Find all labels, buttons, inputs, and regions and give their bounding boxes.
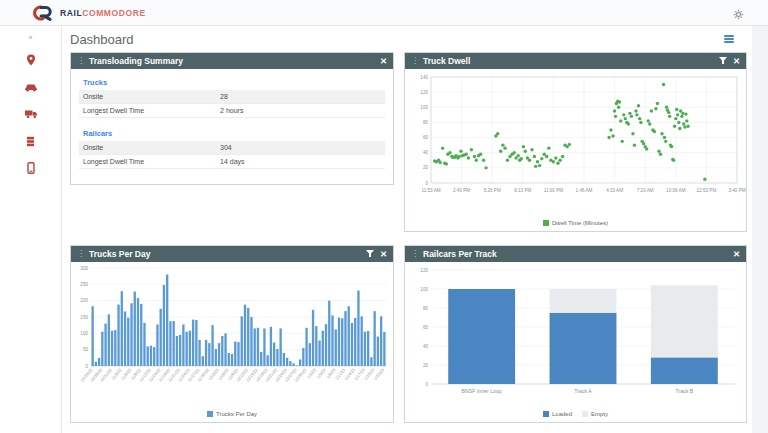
close-icon[interactable]: ✕ — [380, 249, 387, 259]
svg-text:20: 20 — [423, 363, 429, 368]
brand-logo[interactable]: RAILCOMMODORE — [30, 5, 146, 21]
svg-text:120: 120 — [420, 268, 428, 273]
section-label-railcars: Railcars — [79, 126, 385, 141]
close-icon[interactable]: ✕ — [733, 56, 740, 66]
svg-text:7:20 AM: 7:20 AM — [637, 188, 654, 193]
trucks-per-day-panel: ⋮ Trucks Per Day ✕ 05010015020025030010/… — [70, 245, 394, 423]
drag-handle-icon[interactable]: ⋮ — [77, 250, 85, 258]
rail-commodore-logo-icon — [30, 5, 54, 21]
svg-text:12:53 PM: 12:53 PM — [697, 188, 717, 193]
right-gutter — [752, 26, 768, 433]
settings-gear-icon[interactable] — [733, 6, 744, 24]
sidebar-item-devices[interactable] — [23, 161, 39, 175]
left-sidebar: » — [0, 26, 62, 433]
panel-title: Railcars Per Track — [423, 249, 497, 259]
svg-text:60: 60 — [423, 325, 429, 330]
section-label-trucks: Trucks — [79, 75, 385, 90]
svg-text:Track B: Track B — [675, 388, 693, 394]
svg-text:150: 150 — [80, 315, 88, 320]
trucks-legend-swatch — [207, 411, 213, 417]
legend-item-loaded[interactable]: Loaded — [543, 411, 572, 417]
truck-dwell-panel: ⋮ Truck Dwell ✕ 02040608010012014011:53 … — [404, 52, 747, 232]
trucks-per-day-bar-chart[interactable]: 05010015020025030010/25/2210/28/2210/31/… — [71, 262, 393, 406]
transloading-summary-panel: ⋮ Transloading Summary ✕ Trucks Onsite 2… — [70, 52, 394, 185]
layout-menu-icon[interactable] — [724, 35, 734, 45]
map-pin-icon — [26, 54, 36, 66]
dwell-legend-swatch — [543, 220, 549, 226]
svg-text:8:13 PM: 8:13 PM — [514, 188, 531, 193]
brand-name: RAILCOMMODORE — [60, 8, 146, 18]
filter-icon[interactable] — [719, 57, 727, 65]
svg-text:80: 80 — [423, 306, 429, 311]
truck-icon — [24, 109, 38, 119]
svg-text:0: 0 — [425, 181, 428, 186]
svg-text:80: 80 — [423, 120, 429, 125]
legend-item-dwell-time[interactable]: Dwell Time (Minutes) — [543, 220, 608, 226]
drag-handle-icon[interactable]: ⋮ — [77, 57, 85, 65]
table-row: Longest Dwell Time 14 days — [79, 155, 385, 169]
page-title: Dashboard — [70, 32, 134, 47]
rows-list-icon — [26, 136, 35, 147]
railcars-per-track-stacked-chart[interactable]: 020406080100120BNSF Inner LoopTrack ATra… — [405, 262, 746, 406]
loaded-legend-swatch — [543, 411, 549, 417]
svg-text:0: 0 — [425, 382, 428, 387]
car-icon — [24, 83, 38, 92]
svg-text:100: 100 — [420, 287, 428, 292]
svg-text:50: 50 — [83, 347, 89, 352]
svg-text:60: 60 — [423, 135, 429, 140]
railcars-per-track-header[interactable]: ⋮ Railcars Per Track ✕ — [405, 246, 746, 262]
empty-legend-swatch — [582, 411, 588, 417]
drag-handle-icon[interactable]: ⋮ — [411, 57, 419, 65]
top-header: RAILCOMMODORE — [0, 0, 768, 26]
panel-title: Trucks Per Day — [89, 249, 150, 259]
svg-text:100: 100 — [420, 105, 428, 110]
svg-text:200: 200 — [80, 298, 88, 303]
table-row: Onsite 304 — [79, 141, 385, 155]
svg-text:2:40 PM: 2:40 PM — [453, 188, 470, 193]
svg-text:1/23/23: 1/23/23 — [373, 367, 386, 381]
sidebar-item-locations[interactable] — [23, 53, 39, 67]
svg-text:BNSF Inner Loop: BNSF Inner Loop — [462, 388, 502, 394]
svg-text:100: 100 — [80, 331, 88, 336]
svg-text:11:53 AM: 11:53 AM — [421, 188, 440, 193]
sidebar-collapse-icon[interactable]: » — [0, 26, 61, 41]
transloading-summary-header[interactable]: ⋮ Transloading Summary ✕ — [71, 53, 393, 69]
svg-text:120: 120 — [420, 90, 428, 95]
svg-text:40: 40 — [423, 150, 429, 155]
table-row: Onsite 28 — [79, 90, 385, 104]
panel-title: Transloading Summary — [89, 56, 183, 66]
mobile-device-icon — [27, 162, 35, 174]
svg-text:250: 250 — [80, 282, 88, 287]
sidebar-item-automobiles[interactable] — [23, 80, 39, 94]
svg-text:40: 40 — [423, 344, 429, 349]
legend-item-trucks-per-day[interactable]: Trucks Per Day — [207, 411, 257, 417]
svg-text:10:06 AM: 10:06 AM — [666, 188, 686, 193]
close-icon[interactable]: ✕ — [733, 249, 740, 259]
svg-text:5:26 PM: 5:26 PM — [484, 188, 501, 193]
svg-text:140: 140 — [420, 75, 428, 80]
truck-dwell-scatter-chart[interactable]: 02040608010012014011:53 AM2:40 PM5:26 PM… — [405, 69, 746, 215]
svg-text:Track A: Track A — [574, 388, 592, 394]
legend-item-empty[interactable]: Empty — [582, 411, 608, 417]
trucks-per-day-header[interactable]: ⋮ Trucks Per Day ✕ — [71, 246, 393, 262]
drag-handle-icon[interactable]: ⋮ — [411, 250, 419, 258]
close-icon[interactable]: ✕ — [380, 56, 387, 66]
svg-text:11:00 PM: 11:00 PM — [544, 188, 563, 193]
svg-text:20: 20 — [423, 165, 429, 170]
svg-text:300: 300 — [80, 266, 88, 271]
railcars-per-track-panel: ⋮ Railcars Per Track ✕ 020406080100120BN… — [404, 245, 747, 423]
sidebar-item-trucks[interactable] — [23, 107, 39, 121]
svg-text:3:40 PM: 3:40 PM — [728, 188, 745, 193]
panel-title: Truck Dwell — [423, 56, 470, 66]
svg-text:1:46 AM: 1:46 AM — [576, 188, 593, 193]
sidebar-item-railcar-list[interactable] — [23, 134, 39, 148]
filter-icon[interactable] — [366, 250, 374, 258]
table-row: Longest Dwell Time 2 hours — [79, 104, 385, 118]
svg-text:4:33 AM: 4:33 AM — [606, 188, 623, 193]
truck-dwell-header[interactable]: ⋮ Truck Dwell ✕ — [405, 53, 746, 69]
